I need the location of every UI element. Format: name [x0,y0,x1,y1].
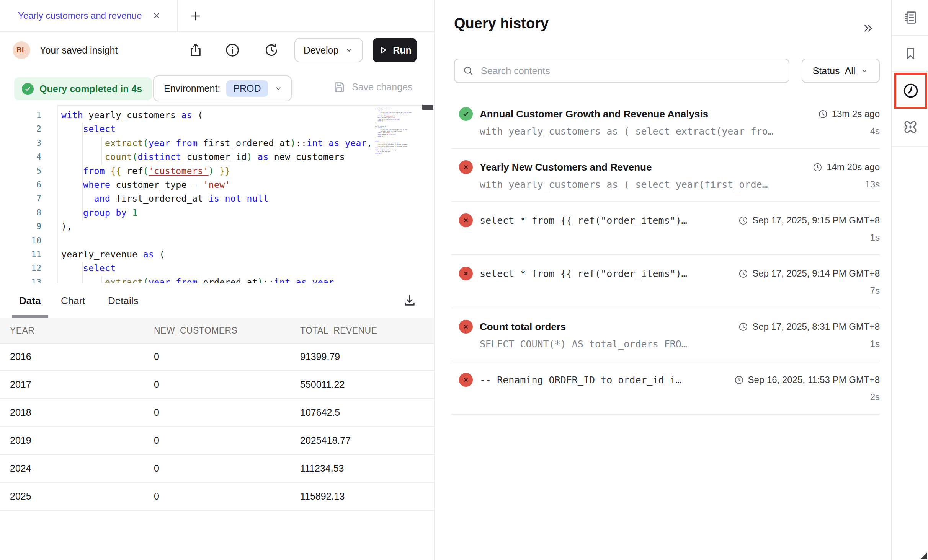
status-filter-label: Status [813,65,840,77]
table-cell: 2024 [10,455,31,482]
table-cell: 2018 [10,399,31,426]
lineage-panel-icon[interactable] [892,115,928,139]
chevron-down-icon [274,84,283,93]
tab-chart[interactable]: Chart [61,283,85,318]
code-minimap[interactable]: with yearly_customers as ( select extrac… [375,108,423,162]
toolbar: BL Your saved insight Develop Run [0,31,434,69]
line-number: 7 [0,192,41,205]
table-body: 2016091399.7920170550011.2220180107642.5… [0,343,434,511]
page-title: Query history [454,15,549,32]
query-title: select * from {{ ref("order_items")… [480,268,687,279]
sidebar-divider [892,146,928,147]
clock-icon [738,215,748,226]
environment-label: Environment: [164,83,220,94]
insight-label: Your saved insight [40,31,118,69]
line-number: 13 [0,275,41,283]
status-filter-dropdown[interactable]: Status All [802,59,880,83]
save-changes-button[interactable]: Save changes [332,69,412,105]
search-input[interactable] [480,65,781,77]
query-title: select * from {{ ref("order_items")… [480,215,687,226]
query-timestamp: 13m 2s ago [809,109,880,119]
query-history-item[interactable]: select * from {{ ref("order_items")…Sep … [451,255,880,308]
table-cell: 2019 [10,427,31,454]
table-row: 201902025418.77 [0,427,434,455]
query-history-item[interactable]: select * from {{ ref("order_items")…Sep … [451,202,880,255]
query-history-list: Annual Customer Growth and Revenue Analy… [451,92,880,415]
query-snippet: with yearly_customers as ( select extrac… [480,126,774,137]
play-icon [378,45,388,55]
table-cell: 0 [154,399,159,426]
query-history-panel-icon[interactable] [894,73,927,109]
line-number: 8 [0,206,41,220]
download-icon[interactable] [400,291,419,310]
column-header-year: YEAR [10,318,34,343]
query-status-pill: Query completed in 4s [14,77,152,100]
table-cell: 111234.53 [300,455,344,482]
line-number: 2 [0,122,41,136]
query-title: Annual Customer Growth and Revenue Analy… [480,108,708,120]
status-success-icon [459,107,473,121]
new-tab-button[interactable] [188,9,203,23]
avatar[interactable]: BL [13,41,30,59]
query-history-item[interactable]: -- Renaming ORDER_ID to order_id i…Sep 1… [451,361,880,415]
develop-button-label: Develop [304,45,339,56]
save-icon [332,80,346,94]
table-cell: 550011.22 [300,371,345,398]
notebook-panel-icon[interactable] [892,5,928,30]
line-number: 4 [0,150,41,164]
query-history-item[interactable]: Annual Customer Growth and Revenue Analy… [451,92,880,149]
line-number: 6 [0,178,41,192]
bookmarks-panel-icon[interactable] [892,41,928,66]
save-changes-label: Save changes [352,81,412,93]
query-duration: 4s [861,126,880,137]
table-row: 20180107642.5 [0,399,434,427]
query-title: Yearly New Customers and Revenue [480,161,652,173]
sql-code-editor[interactable]: 1234567891011121314151617181920212223242… [0,105,434,283]
collapse-panel-icon[interactable] [860,20,877,37]
query-history-item[interactable]: Yearly New Customers and Revenue14m 20s … [451,149,880,202]
query-status-text: Query completed in 4s [39,83,142,94]
editor-scrollbar-thumb[interactable] [422,105,433,110]
right-icon-sidebar [891,0,928,560]
share-icon[interactable] [187,42,204,59]
line-number: 1 [0,108,41,122]
query-duration: 1s [861,339,880,349]
line-number-gutter: 1234567891011121314151617181920212223242… [0,108,41,283]
app-root: Yearly customers and revenue BL Your sav… [0,0,928,560]
query-snippet: SELECT COUNT(*) AS total_orders FRO… [480,339,687,350]
query-history-item[interactable]: Count total ordersSep 17, 2025, 8:31 PM … [451,308,880,361]
table-cell: 2025 [10,483,31,510]
table-cell: 0 [154,371,159,398]
table-row: 2016091399.79 [0,343,434,371]
table-row: 20250115892.13 [0,483,434,511]
develop-button[interactable]: Develop [294,38,363,62]
table-cell: 0 [154,455,159,482]
tab-details[interactable]: Details [108,283,138,318]
table-cell: 2017 [10,371,31,398]
environment-selector[interactable]: Environment: PROD [153,75,292,101]
query-title: Count total orders [480,321,566,333]
tab-close-icon[interactable] [152,11,162,21]
query-duration: 13s [856,179,880,190]
code-text: with yearly_customers as ( select extrac… [61,108,372,283]
chevron-down-icon [345,46,354,55]
version-history-icon[interactable] [263,42,280,59]
tab-data[interactable]: Data [19,283,41,318]
search-box[interactable] [454,59,789,83]
line-number: 9 [0,220,41,233]
query-timestamp: Sep 16, 2025, 11:53 PM GMT+8 [725,374,880,385]
clock-icon [738,322,748,332]
status-error-icon [459,160,473,174]
table-cell: 107642.5 [300,399,340,426]
chevron-down-icon [860,67,869,75]
resize-handle[interactable] [920,552,927,559]
query-duration: 7s [861,285,880,296]
info-icon[interactable] [224,42,241,59]
status-error-icon [459,267,473,280]
run-button[interactable]: Run [373,38,417,62]
status-row: Query completed in 4s Environment: PROD … [0,69,434,105]
tab-yearly-customers-and-revenue[interactable]: Yearly customers and revenue [0,0,178,31]
status-error-icon [459,213,473,227]
table-header-row: YEAR NEW_CUSTOMERS TOTAL_REVENUE [0,318,434,344]
line-number: 3 [0,136,41,150]
